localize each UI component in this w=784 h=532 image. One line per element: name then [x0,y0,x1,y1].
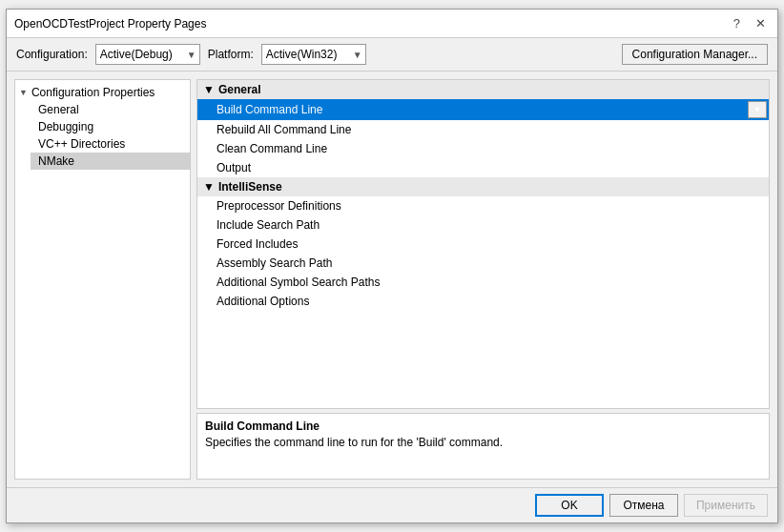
configuration-manager-button[interactable]: Configuration Manager... [622,44,768,65]
prop-clean-command-line[interactable]: Clean Command Line [197,139,769,158]
prop-rebuild-all-command-line[interactable]: Rebuild All Command Line [197,120,769,139]
left-panel: ▼ Configuration Properties General Debug… [14,79,191,480]
sidebar-item-debugging[interactable]: Debugging [31,118,190,135]
footer: OK Отмена Применить [7,487,777,522]
title-bar: OpenOCDTestProject Property Pages ? ✕ [7,10,777,38]
tree-parent-configuration-properties[interactable]: ▼ Configuration Properties [15,84,190,101]
properties-area: ▼ General Build Command Line ▼ Rebuild A… [196,79,770,409]
description-text: Specifies the command line to run for th… [205,436,761,449]
prop-forced-includes[interactable]: Forced Includes [197,235,769,254]
prop-build-command-line[interactable]: Build Command Line ▼ [197,99,769,120]
description-area: Build Command Line Specifies the command… [196,413,770,480]
prop-additional-symbol-label: Additional Symbol Search Paths [217,276,769,289]
prop-include-search-label: Include Search Path [217,218,769,232]
prop-assembly-search-label: Assembly Search Path [217,256,769,270]
expand-icon: ▼ [19,88,28,97]
prop-clean-label: Clean Command Line [217,142,769,155]
prop-rebuild-all-label: Rebuild All Command Line [217,123,769,136]
sidebar-item-nmake[interactable]: NMake [31,153,190,170]
prop-additional-options-label: Additional Options [217,295,769,308]
cancel-button[interactable]: Отмена [609,494,678,517]
section-general-arrow: ▼ [203,83,215,96]
config-select[interactable]: Active(Debug) [95,44,200,65]
prop-additional-options[interactable]: Additional Options [197,292,769,311]
section-general[interactable]: ▼ General [197,80,769,99]
section-intellisense-label: IntelliSense [218,180,282,194]
apply-button[interactable]: Применить [684,494,768,517]
config-label: Configuration: [16,48,88,61]
prop-output-label: Output [217,161,769,174]
platform-select[interactable]: Active(Win32) [261,44,366,65]
tree-root: ▼ Configuration Properties General Debug… [15,80,190,174]
prop-include-search-path[interactable]: Include Search Path [197,215,769,235]
close-button[interactable]: ✕ [752,16,770,31]
title-controls: ? ✕ [730,16,770,31]
description-title: Build Command Line [205,419,761,433]
section-intellisense[interactable]: ▼ IntelliSense [197,177,769,196]
main-area: ▼ Configuration Properties General Debug… [7,72,777,487]
section-intellisense-arrow: ▼ [203,180,215,194]
help-button[interactable]: ? [730,16,744,31]
ok-button[interactable]: OK [535,494,604,517]
platform-label: Platform: [208,48,254,61]
right-panel: ▼ General Build Command Line ▼ Rebuild A… [196,79,770,480]
section-general-label: General [218,83,261,96]
dialog: OpenOCDTestProject Property Pages ? ✕ Co… [6,9,778,523]
dialog-title: OpenOCDTestProject Property Pages [14,17,206,31]
config-select-wrapper: Active(Debug) ▼ [95,44,200,65]
sidebar-item-vc-directories[interactable]: VC++ Directories [31,135,190,153]
platform-select-wrapper: Active(Win32) ▼ [261,44,366,65]
prop-build-command-line-row: Build Command Line ▼ [217,101,769,118]
prop-assembly-search-path[interactable]: Assembly Search Path [197,254,769,273]
prop-build-command-line-label: Build Command Line [217,103,748,116]
prop-preprocessor-label: Preprocessor Definitions [217,199,769,213]
tree-children: General Debugging VC++ Directories NMake [15,101,190,170]
prop-preprocessor-definitions[interactable]: Preprocessor Definitions [197,196,769,215]
prop-dropdown-button[interactable]: ▼ [748,101,767,118]
config-row: Configuration: Active(Debug) ▼ Platform:… [7,38,777,72]
sidebar-item-general[interactable]: General [31,101,190,118]
prop-forced-includes-label: Forced Includes [217,237,769,251]
prop-output[interactable]: Output [197,158,769,177]
tree-parent-label: Configuration Properties [31,86,155,99]
prop-additional-symbol-search-paths[interactable]: Additional Symbol Search Paths [197,273,769,292]
